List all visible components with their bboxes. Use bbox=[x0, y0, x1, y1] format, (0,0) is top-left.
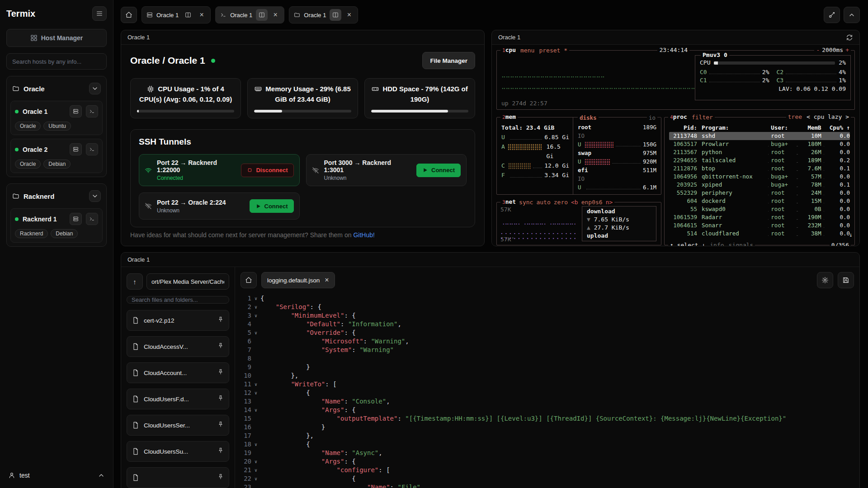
proc-footer-signals[interactable]: signals bbox=[729, 242, 754, 246]
terminal-screen[interactable]: 1cpu menu preset * 23:44:14 - 2000ms + ⠒… bbox=[492, 45, 859, 246]
tab-close-button[interactable]: × bbox=[271, 11, 279, 19]
fold-marker[interactable]: ∨ bbox=[251, 440, 260, 449]
refresh-icon[interactable] bbox=[846, 34, 853, 41]
pin-button[interactable] bbox=[217, 474, 224, 482]
tab-terminal[interactable]: Oracle 1× bbox=[215, 6, 284, 23]
tab-close-button[interactable]: × bbox=[345, 11, 353, 19]
process-row[interactable]: 514cloudflaredroot38M0.0 bbox=[669, 230, 850, 238]
host-group-header[interactable]: Oracle bbox=[10, 80, 103, 97]
process-row[interactable]: 1063517Prowlarrbuga+180M0.0 bbox=[669, 140, 850, 148]
wifi-off-icon bbox=[145, 202, 152, 210]
path-input[interactable] bbox=[146, 273, 229, 290]
tools-button[interactable] bbox=[824, 7, 840, 23]
search-hosts-input[interactable] bbox=[6, 53, 107, 70]
fold-marker[interactable]: ∨ bbox=[251, 294, 260, 303]
proc-sort[interactable]: < cpu lazy > bbox=[807, 113, 849, 121]
tab-files[interactable]: Oracle 1× bbox=[289, 6, 358, 23]
fold-marker[interactable]: ∨ bbox=[251, 406, 260, 414]
save-file-button[interactable] bbox=[838, 272, 854, 288]
host-connect-button[interactable] bbox=[70, 105, 82, 117]
code-line: 13 "Name": "Console", bbox=[235, 397, 859, 406]
host-item[interactable]: Racknerd 1RacknerdDebian bbox=[10, 208, 103, 243]
connect-button[interactable]: Connect bbox=[250, 199, 294, 213]
process-row[interactable]: 1064956qbittorrent-noxbuga+57M0.0 bbox=[669, 173, 850, 181]
tab-close-button[interactable]: × bbox=[198, 11, 206, 19]
collapse-button[interactable] bbox=[844, 7, 860, 23]
host-connect-button[interactable] bbox=[70, 213, 82, 225]
tab-server[interactable]: Oracle 1× bbox=[142, 6, 211, 23]
file-list-item[interactable]: CloudUsersSu... bbox=[127, 441, 229, 462]
proc-footer-select[interactable]: ↑ select ↓ bbox=[670, 242, 705, 246]
file-list-item[interactable]: CloudAccessV... bbox=[127, 336, 229, 357]
btop-preset[interactable]: preset * bbox=[539, 47, 567, 54]
fold-marker[interactable]: ∨ bbox=[251, 466, 260, 474]
memory-meter-row: A⣿⣿⣿⣿⣿⣿⣿⣿⣿16.5 Gi bbox=[501, 142, 569, 161]
process-row[interactable]: 1061539Radarrroot190M0.0 bbox=[669, 213, 850, 221]
code-editor[interactable]: 1∨{2∨ "Serilog": {3∨ "MinimumLevel": {4 … bbox=[235, 293, 859, 488]
proc-footer-info[interactable]: info bbox=[710, 242, 724, 246]
file-list-item[interactable]: CloudUsersSer... bbox=[127, 415, 229, 436]
proc-filter[interactable]: filter bbox=[692, 114, 713, 121]
home-directory-button[interactable] bbox=[241, 272, 257, 288]
close-file-button[interactable]: × bbox=[325, 277, 329, 284]
host-group-header[interactable]: Racknerd bbox=[10, 188, 103, 205]
pin-button[interactable] bbox=[217, 343, 224, 351]
process-row[interactable]: 55kswapd0root0B0.0 bbox=[669, 205, 850, 213]
pin-button[interactable] bbox=[217, 395, 224, 403]
process-row[interactable]: 2294655tailscaledroot189M0.2 bbox=[669, 156, 850, 164]
proc-tree[interactable]: tree bbox=[788, 113, 802, 121]
split-view-button[interactable] bbox=[182, 9, 194, 21]
host-terminal-button[interactable] bbox=[86, 213, 98, 225]
process-row[interactable]: 552329peripheryroot24M0.0 bbox=[669, 189, 850, 197]
host-terminal-button[interactable] bbox=[86, 143, 98, 155]
process-table-header: Pid: Program: User: MemB Cpu% ↑ bbox=[669, 124, 850, 132]
split-view-button[interactable] bbox=[330, 9, 341, 21]
gear-icon bbox=[821, 277, 829, 284]
sidebar-footer[interactable]: test bbox=[6, 469, 107, 482]
pin-button[interactable] bbox=[217, 447, 224, 455]
host-terminal-button[interactable] bbox=[86, 105, 98, 117]
code-line: 4 "Default": "Information", bbox=[235, 320, 859, 328]
pin-button[interactable] bbox=[217, 369, 224, 377]
group-collapse-button[interactable] bbox=[89, 190, 101, 202]
open-file-tab[interactable]: logging.default.json × bbox=[261, 272, 335, 288]
home-button[interactable] bbox=[121, 7, 137, 23]
fold-marker[interactable]: ∨ bbox=[251, 303, 260, 311]
file-list-item[interactable]: CloudUsersF.d... bbox=[127, 389, 229, 409]
github-link[interactable]: GitHub! bbox=[353, 231, 374, 239]
host-manager-button[interactable]: Host Manager bbox=[6, 29, 107, 47]
process-row[interactable]: 1064615Sonarrroot232M0.0 bbox=[669, 221, 850, 230]
file-list-item[interactable]: CloudAccount... bbox=[127, 362, 229, 383]
process-row[interactable]: 2113748sshdroot10M0.0 bbox=[669, 132, 850, 140]
btop-menu[interactable]: menu bbox=[520, 47, 534, 54]
fold-marker[interactable]: ∨ bbox=[251, 380, 260, 389]
fold-marker[interactable]: ∨ bbox=[251, 311, 260, 320]
panel-title: Oracle 1 bbox=[127, 256, 150, 263]
fold-marker[interactable]: ∨ bbox=[251, 457, 260, 466]
process-row[interactable]: 2112876btoproot7.6M0.1 bbox=[669, 164, 850, 173]
host-connect-button[interactable] bbox=[70, 143, 82, 155]
terminal-panel: Oracle 1 1cpu menu preset * 23:44:14 - 2… bbox=[491, 30, 860, 246]
disconnect-button[interactable]: Disconnect bbox=[241, 164, 293, 177]
file-search-input[interactable] bbox=[127, 296, 229, 304]
pin-button[interactable] bbox=[217, 421, 224, 429]
fold-marker[interactable]: ∨ bbox=[251, 389, 260, 397]
process-row[interactable]: 604dockerdroot15M0.0 bbox=[669, 197, 850, 205]
host-item[interactable]: Oracle 2OracleDebian bbox=[10, 139, 103, 173]
menu-button[interactable] bbox=[92, 6, 107, 21]
file-list-item[interactable]: cert-v2.p12 bbox=[127, 310, 229, 331]
fold-marker[interactable]: ∨ bbox=[251, 474, 260, 483]
process-row[interactable]: 203925xpipedbuga+78M0.1 bbox=[669, 181, 850, 189]
pin-button[interactable] bbox=[217, 316, 224, 324]
chevron-up-icon[interactable] bbox=[98, 472, 105, 479]
connect-button[interactable]: Connect bbox=[416, 164, 461, 177]
editor-settings-button[interactable] bbox=[817, 272, 833, 288]
fold-marker[interactable]: ∨ bbox=[251, 328, 260, 337]
file-list-item[interactable] bbox=[127, 467, 229, 488]
file-manager-button[interactable]: File Manager bbox=[422, 52, 475, 69]
host-item[interactable]: Oracle 1OracleUbuntu bbox=[10, 101, 103, 135]
group-collapse-button[interactable] bbox=[89, 83, 101, 94]
process-row[interactable]: 2113567pythonroot26M0.0 bbox=[669, 148, 850, 156]
split-view-button[interactable] bbox=[256, 9, 268, 21]
parent-directory-button[interactable]: ↑ bbox=[127, 273, 143, 290]
